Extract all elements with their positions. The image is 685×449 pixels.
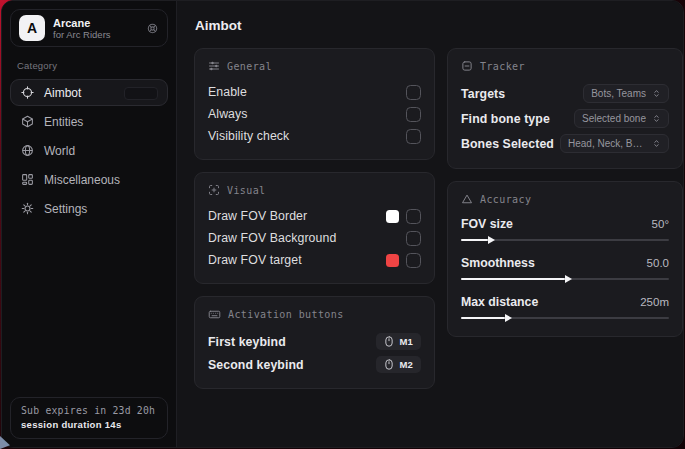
scan-eye-icon [208,184,220,196]
activation-card: Activation buttons First keybind M1 [194,296,435,389]
chevrons-up-down-icon [652,114,661,123]
crosshair-icon [21,86,34,99]
find-bone-type-row: Find bone type Selected bone [461,106,669,131]
first-keybind-button[interactable]: M1 [376,333,421,350]
triangle-icon [461,193,473,205]
frame-minus-icon [461,60,473,72]
row-label: First keybind [208,335,286,349]
sidebar-nav: Aimbot Entities [10,79,168,222]
aimbot-keybind-slot[interactable] [124,87,158,100]
slider-value: 250m [640,296,669,308]
category-label: Category [17,60,168,71]
targets-dropdown[interactable]: Bots, Teams [583,84,669,103]
find-bone-type-dropdown[interactable]: Selected bone [574,109,669,128]
sidebar-item-label: Miscellaneous [44,173,120,187]
slider-thumb[interactable] [565,275,572,283]
fov-background-checkbox[interactable] [406,231,421,246]
brand-card: A Arcane for Arc Riders [10,9,168,47]
second-keybind-button[interactable]: M2 [376,356,421,373]
row-label: Second keybind [208,358,304,372]
gear-icon[interactable] [146,22,159,35]
visual-row-fov-target: Draw FOV target [208,249,421,271]
slider-thumb[interactable] [488,236,495,244]
tracker-card-header: Tracker [461,60,669,72]
dropdown-value: Head, Neck, Body, Pe... [568,138,646,149]
sidebar-item-world[interactable]: World [10,137,168,164]
max-distance-slider[interactable] [461,314,669,322]
fov-target-checkbox[interactable] [406,253,421,268]
sidebar-spacer [10,222,168,397]
sidebar-item-label: Settings [44,202,87,216]
row-label: Always [208,107,248,121]
accuracy-card: Accuracy FOV size 50° [447,181,683,337]
row-label: Draw FOV Background [208,231,336,245]
slider-fill [461,278,565,280]
slider-value: 50° [652,218,669,230]
slider-label: FOV size [461,217,513,231]
app-window: A Arcane for Arc Riders Category [1,0,684,448]
cube-icon [21,115,34,128]
row-label: Find bone type [461,112,550,126]
row-label: Draw FOV target [208,253,302,267]
slider-label: Max distance [461,295,538,309]
session-duration-text: session duration 14s [21,419,157,430]
max-distance-group: Max distance 250m [461,292,669,322]
gear-icon [21,202,34,215]
card-title: Tracker [480,61,525,72]
sidebar-item-aimbot[interactable]: Aimbot [10,79,168,106]
sidebar-item-label: Entities [44,115,83,129]
logo-letter: A [27,20,37,36]
layout-grid-icon [21,173,34,186]
brand-title: Arcane [53,17,138,29]
accuracy-card-header: Accuracy [461,193,669,205]
visual-row-fov-border: Draw FOV Border [208,205,421,227]
brand-text: Arcane for Arc Riders [53,17,138,40]
bones-selected-dropdown[interactable]: Head, Neck, Body, Pe... [560,134,669,153]
chevrons-up-down-icon [652,89,661,98]
sidebar: A Arcane for Arc Riders Category [2,1,177,447]
desktop-backdrop: A Arcane for Arc Riders Category [0,0,685,449]
always-checkbox[interactable] [406,107,421,122]
sidebar-item-miscellaneous[interactable]: Miscellaneous [10,166,168,193]
slider-label: Smoothness [461,256,535,270]
visual-row-fov-background: Draw FOV Background [208,227,421,249]
general-card-header: General [208,60,421,72]
general-row-always: Always [208,103,421,125]
card-title: Accuracy [480,194,531,205]
smoothness-group: Smoothness 50.0 [461,253,669,283]
app-logo: A [19,15,45,41]
tracker-card: Tracker Targets Bots, Teams [447,48,683,169]
sliders-icon [208,60,220,72]
card-title: General [227,61,272,72]
row-label: Draw FOV Border [208,209,307,223]
main-panel: Aimbot [177,1,683,447]
fov-border-checkbox[interactable] [406,209,421,224]
sidebar-item-label: Aimbot [44,86,81,100]
sidebar-item-label: World [44,144,75,158]
page-title: Aimbot [195,18,668,33]
fov-target-color-swatch[interactable] [386,254,399,267]
sub-expiry-text: Sub expires in 23d 20h [21,405,157,416]
mouse-icon [384,359,394,370]
sidebar-item-settings[interactable]: Settings [10,195,168,222]
visual-card-header: Visual [208,184,421,196]
card-title: Visual [227,185,266,196]
sidebar-item-entities[interactable]: Entities [10,108,168,135]
enable-checkbox[interactable] [406,85,421,100]
bones-selected-row: Bones Selected Head, Neck, Body, Pe... [461,131,669,156]
card-title: Activation buttons [228,309,344,320]
slider-fill [461,239,488,241]
fov-border-color-swatch[interactable] [386,210,399,223]
chevrons-up-down-icon [652,139,661,148]
row-label: Targets [461,87,505,101]
visual-card: Visual Draw FOV Border Draw FOV Backgrou… [194,172,435,284]
row-label: Visibility check [208,129,289,143]
left-column: General Enable Always Visibility check [194,48,435,389]
smoothness-slider[interactable] [461,275,669,283]
fov-size-slider[interactable] [461,236,669,244]
slider-value: 50.0 [647,257,669,269]
slider-thumb[interactable] [505,314,512,322]
visibility-check-checkbox[interactable] [406,129,421,144]
general-row-enable: Enable [208,81,421,103]
globe-icon [21,144,34,157]
